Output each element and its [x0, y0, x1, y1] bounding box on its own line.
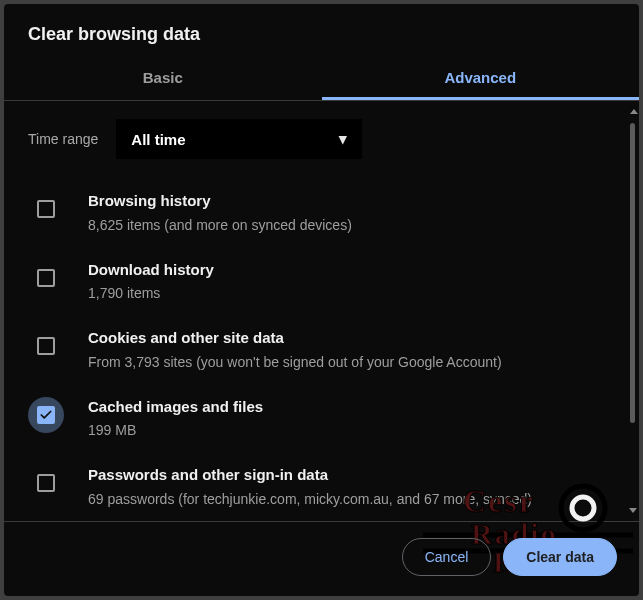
- checkbox-wrap-browsing-history: [28, 191, 64, 227]
- option-text-browsing-history: Browsing history8,625 items (and more on…: [88, 189, 615, 236]
- checkbox-wrap-download-history: [28, 260, 64, 296]
- option-row-download-history: Download history1,790 items: [28, 250, 615, 319]
- scroll-up-icon[interactable]: [630, 109, 638, 114]
- scroll-thumb[interactable]: [630, 123, 635, 423]
- checkbox-wrap-passwords: [28, 465, 64, 501]
- option-text-cache: Cached images and files199 MB: [88, 395, 615, 442]
- tabs: Basic Advanced: [4, 55, 639, 100]
- option-row-cookies: Cookies and other site dataFrom 3,793 si…: [28, 318, 615, 387]
- dialog-body: Time range All time ▾ Browsing history8,…: [4, 101, 639, 522]
- option-desc: 1,790 items: [88, 283, 615, 304]
- checkbox-passwords[interactable]: [37, 474, 55, 492]
- chevron-down-icon: ▾: [339, 130, 347, 148]
- option-desc: 199 MB: [88, 420, 615, 441]
- active-tab-indicator: [322, 97, 640, 100]
- clear-browsing-data-dialog: Clear browsing data Basic Advanced Time …: [4, 4, 639, 596]
- option-row-cache: Cached images and files199 MB: [28, 387, 615, 456]
- time-range-value: All time: [131, 131, 185, 148]
- option-label: Browsing history: [88, 191, 615, 211]
- option-label: Cached images and files: [88, 397, 615, 417]
- cancel-button[interactable]: Cancel: [402, 538, 492, 576]
- option-label: Download history: [88, 260, 615, 280]
- option-row-passwords: Passwords and other sign-in data69 passw…: [28, 455, 615, 522]
- option-text-passwords: Passwords and other sign-in data69 passw…: [88, 463, 615, 510]
- scroll-down-icon[interactable]: [629, 508, 637, 513]
- tab-advanced[interactable]: Advanced: [322, 55, 640, 100]
- option-desc: 8,625 items (and more on synced devices): [88, 215, 615, 236]
- scrollbar[interactable]: [630, 109, 635, 513]
- clear-data-button[interactable]: Clear data: [503, 538, 617, 576]
- tab-basic[interactable]: Basic: [4, 55, 322, 100]
- checkbox-download-history[interactable]: [37, 269, 55, 287]
- option-desc: From 3,793 sites (you won't be signed ou…: [88, 352, 615, 373]
- checkbox-cache[interactable]: [37, 406, 55, 424]
- option-label: Cookies and other site data: [88, 328, 615, 348]
- option-text-download-history: Download history1,790 items: [88, 258, 615, 305]
- option-label: Passwords and other sign-in data: [88, 465, 615, 485]
- option-row-browsing-history: Browsing history8,625 items (and more on…: [28, 181, 615, 250]
- checkbox-cookies[interactable]: [37, 337, 55, 355]
- checkmark-icon: [39, 408, 53, 422]
- option-desc: 69 passwords (for techjunkie.com, micky.…: [88, 489, 615, 510]
- time-range-label: Time range: [28, 131, 98, 147]
- checkbox-wrap-cookies: [28, 328, 64, 364]
- dialog-footer: Cancel Clear data: [4, 522, 639, 596]
- checkbox-wrap-cache: [28, 397, 64, 433]
- time-range-row: Time range All time ▾: [28, 119, 615, 159]
- checkbox-browsing-history[interactable]: [37, 200, 55, 218]
- dialog-title: Clear browsing data: [4, 4, 639, 55]
- time-range-select[interactable]: All time ▾: [116, 119, 362, 159]
- option-text-cookies: Cookies and other site dataFrom 3,793 si…: [88, 326, 615, 373]
